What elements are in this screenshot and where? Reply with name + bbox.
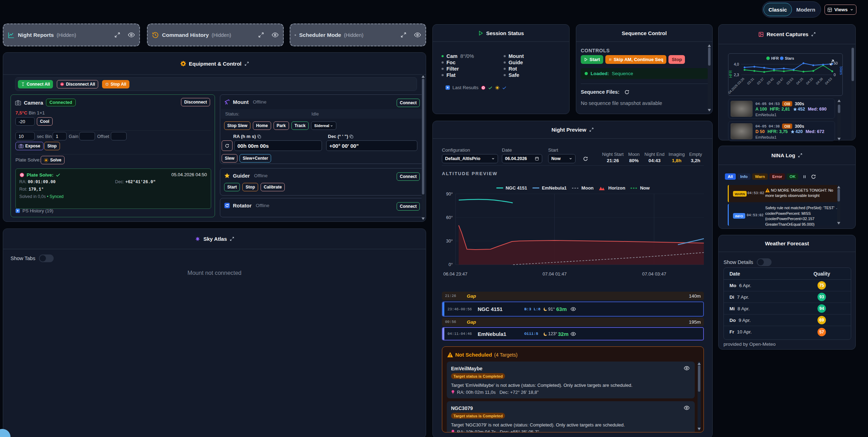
svg-text:06.04 23:47: 06.04 23:47 <box>443 271 467 277</box>
svg-text:07.04 01:47: 07.04 01:47 <box>543 271 567 277</box>
svg-text:30°: 30° <box>446 239 453 244</box>
svg-text:2,3: 2,3 <box>734 73 739 77</box>
svg-text:03:37: 03:37 <box>756 77 765 86</box>
svg-text:Stars: Stars <box>785 56 794 60</box>
svg-text:03:31: 03:31 <box>746 77 755 86</box>
svg-text:04.2026 03:26: 04.2026 03:26 <box>728 77 745 95</box>
svg-text:0°: 0° <box>449 262 453 267</box>
svg-text:0: 0 <box>834 73 836 77</box>
svg-text:04:33: 04:33 <box>805 77 814 86</box>
svg-text:Stars: Stars <box>839 66 842 75</box>
svg-text:04:38: 04:38 <box>815 77 824 86</box>
svg-text:50: 50 <box>834 61 838 65</box>
svg-text:4,0: 4,0 <box>734 62 739 66</box>
svg-text:HFR: HFR <box>728 70 733 78</box>
svg-text:04:25: 04:25 <box>795 77 804 86</box>
svg-text:60°: 60° <box>446 215 453 220</box>
svg-text:03:47: 03:47 <box>776 77 785 86</box>
svg-text:03:42: 03:42 <box>766 77 775 86</box>
svg-text:03:53: 03:53 <box>786 77 794 86</box>
svg-text:07.04 03:47: 07.04 03:47 <box>642 271 666 277</box>
svg-text:90°: 90° <box>446 192 453 197</box>
svg-text:04:53: 04:53 <box>824 77 833 86</box>
svg-text:HFR: HFR <box>771 56 779 60</box>
